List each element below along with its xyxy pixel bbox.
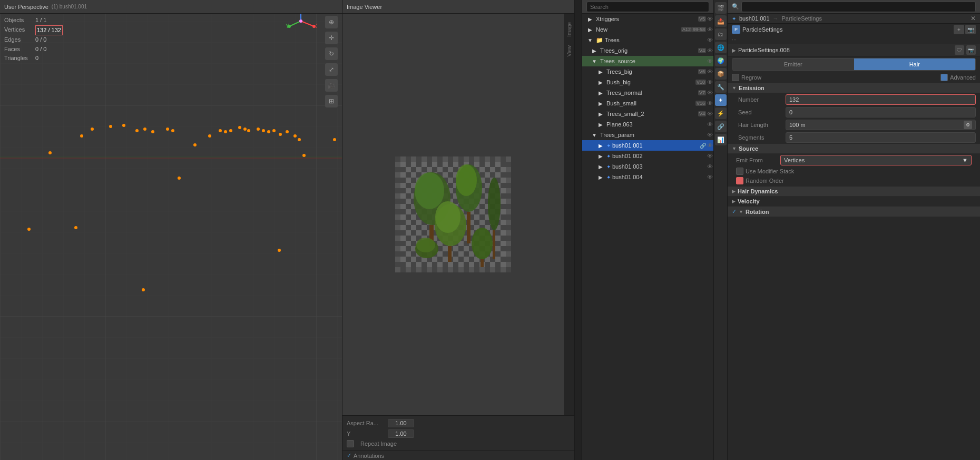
particle-name-bar: ✦ bush01.001 → ParticleSettings ✕: [728, 14, 980, 24]
advanced-label: Advanced: [950, 74, 976, 81]
advanced-checkbox-group: Advanced: [940, 74, 976, 81]
xtriggers-eye[interactable]: 👁: [706, 16, 713, 22]
repeat-image-row: Repeat Image: [342, 439, 574, 448]
move-tool[interactable]: ✛: [325, 32, 338, 44]
ps-ellipsis: ···: [728, 35, 980, 44]
image-controls: Image Viewer: [347, 4, 382, 10]
ps-new-btn[interactable]: +: [954, 25, 964, 34]
aspect-y-value[interactable]: 1.00: [388, 429, 414, 438]
properties-close-btn[interactable]: ✕: [971, 15, 976, 22]
emitter-hair-tabs: Emitter Hair: [732, 58, 976, 71]
outliner-item-new[interactable]: ▶ New A12 99-58 👁: [582, 24, 713, 35]
tab-emitter[interactable]: Emitter: [732, 58, 854, 70]
tab-hair[interactable]: Hair: [854, 58, 976, 70]
use-modifier-stack-checkbox[interactable]: [736, 168, 743, 175]
trees-normal-label: Trees_normal: [606, 90, 698, 96]
random-order-checkbox[interactable]: [736, 177, 743, 184]
repeat-image-checkbox[interactable]: [347, 440, 354, 447]
emission-section-header[interactable]: ▼ Emission: [728, 83, 980, 93]
outliner-item-xtriggers[interactable]: ▶ Xtriggers V5 👁: [582, 14, 713, 24]
hair-length-extra-btn[interactable]: ⚙: [964, 121, 972, 129]
svg-line-8: [301, 21, 314, 26]
physics-btn[interactable]: ⚡: [715, 107, 727, 119]
aspect-ra-label: Aspect Ra...: [347, 420, 384, 426]
outliner-item-bush-small[interactable]: ▶ Bush_small V16 👁: [582, 98, 713, 109]
trees-param-label: Trees_param: [600, 132, 706, 138]
new-eye[interactable]: 👁: [706, 26, 713, 33]
source-section-header[interactable]: ▼ Source: [728, 144, 980, 154]
ps008-shield-btn[interactable]: 🛡: [955, 45, 964, 55]
tab-view[interactable]: View: [564, 41, 574, 61]
outliner-item-bush01-003[interactable]: ▶ ✦ bush01.003 👁: [582, 161, 713, 172]
ps-camera-btn[interactable]: 📷: [965, 25, 976, 34]
regrow-checkbox[interactable]: [732, 74, 739, 81]
emission-seed-value[interactable]: 0: [786, 107, 976, 118]
object-btn[interactable]: 📦: [715, 68, 727, 80]
aspect-ra-value[interactable]: 1.00: [388, 419, 414, 427]
svg-point-13: [312, 25, 316, 28]
trees-expand-icon: ▼: [586, 36, 594, 44]
svg-rect-2: [0, 0, 342, 460]
object-data-btn[interactable]: 📊: [715, 134, 727, 145]
rotation-section[interactable]: ✓ ▼ Rotation: [728, 207, 980, 217]
output-props-btn[interactable]: 📤: [715, 15, 727, 27]
modifier-btn[interactable]: 🔧: [715, 81, 727, 93]
emission-seed-row: Seed 0: [728, 106, 980, 119]
grid-svg: [0, 0, 342, 460]
outliner-item-trees-small-2[interactable]: ▶ Trees_small_2 V4 👁: [582, 109, 713, 119]
outliner-item-plane-063[interactable]: ▶ Plane.063 👁: [582, 119, 713, 130]
bush01-002-label: bush01.002: [612, 153, 706, 159]
rotate-tool[interactable]: ↻: [325, 47, 338, 60]
svg-text:X: X: [316, 23, 317, 29]
use-modifier-stack-row: Use Modifier Stack: [728, 167, 980, 176]
advanced-checkbox[interactable]: [940, 74, 948, 81]
image-area[interactable]: [342, 14, 564, 415]
emit-from-dropdown[interactable]: Vertices ▼: [780, 155, 972, 165]
outliner-search[interactable]: [586, 2, 709, 12]
world-btn[interactable]: 🌍: [715, 55, 727, 66]
panel-toggle-strip: [575, 0, 582, 460]
scale-tool[interactable]: ⤢: [325, 63, 338, 76]
render-props-btn[interactable]: 🎬: [715, 2, 727, 14]
outliner-item-trees-normal[interactable]: ▶ Trees_normal V7 👁: [582, 87, 713, 98]
outliner-item-bush01-002[interactable]: ▶ ✦ bush01.002 👁: [582, 151, 713, 161]
viewport-object-label: (1) bush01.001: [52, 4, 87, 9]
outliner-item-bush01-001[interactable]: ▶ ✦ bush01.001 🔗 👁: [582, 140, 713, 151]
outliner-item-trees-big[interactable]: ▶ Trees_big V6 👁: [582, 66, 713, 77]
velocity-section[interactable]: ▶ Velocity: [728, 197, 980, 207]
constraints-btn[interactable]: 🔗: [715, 121, 727, 132]
xtriggers-badge: V5: [698, 16, 706, 22]
ps-actions: + 📷: [954, 25, 976, 34]
emission-number-value[interactable]: 132: [786, 94, 976, 105]
svg-point-14: [288, 25, 291, 28]
particles-btn active[interactable]: ✦: [715, 94, 727, 106]
trees-eye[interactable]: 👁: [706, 37, 713, 43]
ps008-camera-btn[interactable]: 📷: [966, 45, 976, 55]
outliner-item-trees-source[interactable]: ▼ Trees_source 👁: [582, 56, 713, 66]
aspect-y-row: Y 1.00: [342, 428, 574, 439]
view-layer-btn[interactable]: 🗂: [715, 28, 727, 40]
grid-tool[interactable]: ⊞: [325, 95, 338, 107]
properties-search-input[interactable]: [741, 2, 976, 12]
scene-btn[interactable]: 🌐: [715, 42, 727, 53]
outliner-item-bush01-004[interactable]: ▶ ✦ bush01.004 👁: [582, 172, 713, 182]
emission-hair-length-label: Hair Length: [738, 122, 786, 128]
emission-segments-value[interactable]: 5: [786, 132, 976, 143]
rotation-check: ✓: [732, 208, 737, 215]
svg-point-25: [456, 164, 477, 196]
outliner-item-trees[interactable]: ▼ 📁 Trees 👁: [582, 35, 713, 45]
image-viewer-right-strip: Image View: [564, 14, 574, 415]
cursor-tool[interactable]: ⊕: [325, 16, 338, 28]
outliner-item-bush-big[interactable]: ▶ Bush_big V10 👁: [582, 77, 713, 87]
tab-image[interactable]: Image: [564, 18, 574, 41]
outliner-item-trees-orig[interactable]: ▶ Trees_orig V4 👁: [582, 45, 713, 56]
svg-point-31: [416, 238, 435, 252]
camera-tool[interactable]: 🎥: [325, 79, 338, 92]
svg-point-34: [488, 178, 501, 230]
viewport-3d[interactable]: User Perspective (1) bush01.001: [0, 0, 342, 460]
viewport-header: User Perspective (1) bush01.001: [0, 0, 342, 14]
outliner-item-trees-param[interactable]: ▼ Trees_param 👁: [582, 130, 713, 140]
new-label: New: [596, 26, 681, 33]
hair-dynamics-section[interactable]: ▶ Hair Dynamics: [728, 187, 980, 197]
emission-hair-length-value[interactable]: 100 m ⚙: [786, 120, 976, 130]
